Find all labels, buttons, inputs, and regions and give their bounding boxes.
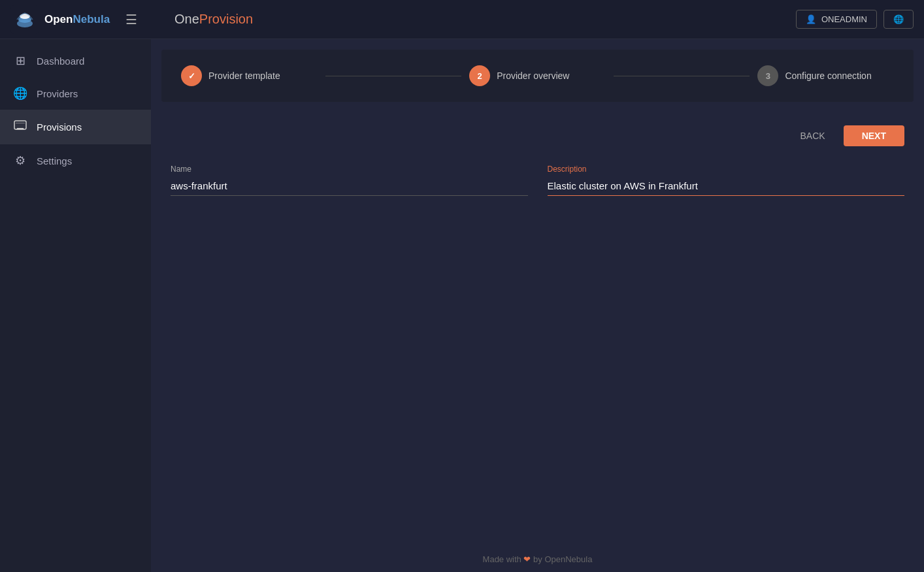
step-3: 3 Configure connection: [757, 65, 894, 86]
sidebar-item-providers[interactable]: 🌐 Providers: [0, 77, 151, 110]
footer-text-after: by OpenNebula: [533, 554, 592, 564]
heart-icon: ❤: [523, 554, 533, 564]
sidebar: ⊞ Dashboard 🌐 Providers Provisions ⚙ Set…: [0, 39, 151, 572]
step-line-1: [325, 76, 462, 76]
main-layout: ⊞ Dashboard 🌐 Providers Provisions ⚙ Set…: [0, 39, 924, 572]
logo-text: OpenNebula: [44, 13, 110, 26]
description-field-group: Description: [548, 165, 905, 196]
header-actions: 👤 ONEADMIN 🌐: [796, 10, 914, 29]
next-button[interactable]: NEXT: [844, 125, 904, 146]
sidebar-item-label: Settings: [37, 155, 72, 167]
sidebar-item-dashboard[interactable]: ⊞ Dashboard: [0, 44, 151, 77]
svg-rect-7: [16, 123, 25, 123]
hamburger-menu-icon[interactable]: ☰: [125, 12, 137, 27]
step-1-circle: ✓: [181, 65, 202, 86]
action-buttons: BACK NEXT: [171, 125, 904, 146]
sidebar-item-label: Providers: [37, 88, 78, 99]
provisions-icon: [13, 119, 27, 135]
svg-rect-6: [16, 129, 24, 130]
back-button[interactable]: BACK: [790, 125, 836, 146]
checkmark-icon: ✓: [188, 71, 195, 81]
step-1-label: Provider template: [208, 71, 280, 81]
footer: Made with ❤ by OpenNebula: [151, 547, 924, 572]
logo-icon: [10, 5, 39, 34]
step-3-label: Configure connection: [785, 71, 871, 81]
sidebar-item-label: Dashboard: [37, 56, 84, 67]
step-2-circle: 2: [469, 65, 490, 86]
stepper: ✓ Provider template 2 Provider overview …: [161, 50, 914, 102]
step-2: 2 Provider overview: [469, 65, 606, 86]
header: OpenNebula ☰ OneProvision 👤 ONEADMIN 🌐: [0, 0, 924, 39]
svg-point-3: [20, 14, 30, 19]
provider-overview-form: Name Description: [171, 165, 904, 196]
step-line-2: [614, 76, 750, 76]
step-3-circle: 3: [757, 65, 778, 86]
name-label: Name: [171, 165, 528, 174]
providers-icon: 🌐: [13, 86, 27, 101]
form-area: BACK NEXT Name Description: [151, 112, 924, 547]
header-left: OpenNebula ☰: [10, 5, 161, 34]
dashboard-icon: ⊞: [13, 54, 27, 68]
language-button[interactable]: 🌐: [883, 10, 914, 29]
name-field-group: Name: [171, 165, 528, 196]
username-label: ONEADMIN: [821, 14, 867, 24]
description-input[interactable]: [548, 176, 905, 196]
sidebar-item-settings[interactable]: ⚙ Settings: [0, 144, 151, 177]
globe-icon: 🌐: [893, 14, 904, 24]
logo: OpenNebula: [10, 5, 110, 34]
app-title: OneProvision: [161, 12, 796, 27]
settings-icon: ⚙: [13, 153, 27, 168]
content-area: ✓ Provider template 2 Provider overview …: [151, 39, 924, 572]
description-label: Description: [548, 165, 905, 174]
user-menu-button[interactable]: 👤 ONEADMIN: [796, 10, 877, 29]
footer-text-before: Made with: [483, 554, 521, 564]
sidebar-item-label: Provisions: [37, 121, 82, 133]
user-icon: 👤: [806, 14, 816, 24]
name-input[interactable]: [171, 176, 528, 196]
sidebar-item-provisions[interactable]: Provisions: [0, 110, 151, 144]
step-1: ✓ Provider template: [181, 65, 318, 86]
step-2-label: Provider overview: [497, 71, 569, 81]
